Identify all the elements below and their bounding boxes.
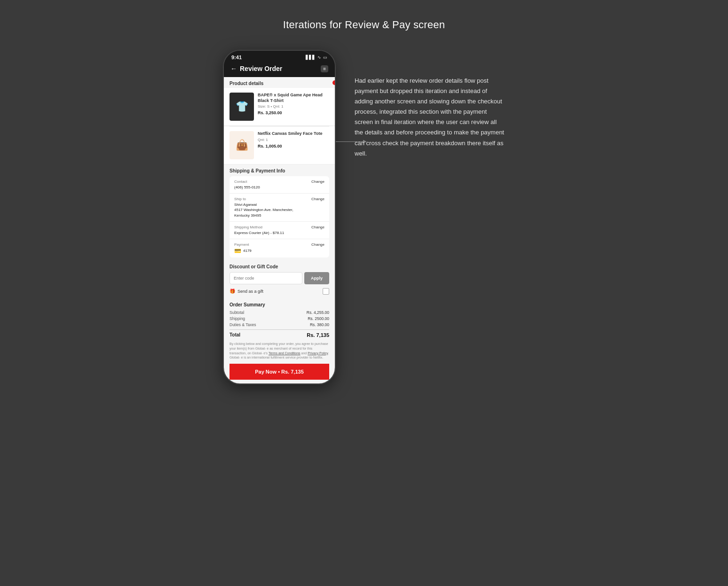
status-bar: 9:41 ▋▋▋ ∿ ▭ bbox=[224, 51, 335, 62]
shipping-method-value: Express Courier (Air) - $78.11 bbox=[234, 230, 324, 235]
status-icons: ▋▋▋ ∿ ▭ bbox=[306, 55, 327, 60]
shipping-value: Rs. 2500.00 bbox=[308, 316, 329, 321]
product-price-1: Rs. 3,250.00 bbox=[258, 110, 329, 115]
summary-divider bbox=[229, 329, 329, 330]
product-name-2: Netflix Canvas Smiley Face Tote bbox=[258, 131, 329, 137]
shipping-payment-section: Shipping & Payment Info Contact Change (… bbox=[224, 164, 335, 260]
header-left: ← Review Order bbox=[230, 65, 282, 72]
legal-text: By clicking below and completing your or… bbox=[229, 342, 329, 360]
discount-section: Discount or Gift Code Apply 🎁 Send as a … bbox=[224, 260, 335, 298]
status-time: 9:41 bbox=[231, 55, 242, 60]
subtotal-row: Subtotal Rs. 4,255.00 bbox=[229, 310, 329, 315]
order-summary: Order Summary Subtotal Rs. 4,255.00 Ship… bbox=[224, 298, 335, 383]
shipping-method-label: Shipping Method bbox=[234, 225, 262, 229]
contact-value: (406) 555-0120 bbox=[234, 185, 324, 190]
phone-body: Product details 👕 BAPE® x Squid Game Ape… bbox=[224, 77, 335, 383]
duties-value: Rs. 380.00 bbox=[310, 322, 329, 327]
product-meta-1: Size: S • Qnt: 1 bbox=[258, 104, 329, 109]
annotation-area: Had earlier kept the review order detail… bbox=[355, 50, 505, 159]
payment-row: Payment Change 💳 4179 bbox=[229, 239, 329, 258]
product-image-tshirt: 👕 bbox=[229, 93, 254, 121]
contact-header: Contact Change bbox=[234, 180, 324, 185]
page-title: Iterations for Review & Pay screen bbox=[283, 19, 445, 31]
product-meta-2: Qnt: 1 bbox=[258, 138, 329, 142]
annotation-text: Had earlier kept the review order detail… bbox=[355, 50, 505, 159]
ship-to-row: Ship to Change Shivi Agarwal4517 Washing… bbox=[229, 194, 329, 222]
contact-change-button[interactable]: Change bbox=[311, 180, 324, 184]
gift-icon: 🎁 bbox=[229, 289, 235, 294]
shipping-payment-label: Shipping & Payment Info bbox=[229, 168, 329, 173]
total-value: Rs. 7,135 bbox=[307, 332, 329, 338]
terms-link[interactable]: Terms and Conditions bbox=[269, 352, 301, 355]
product-item-2: 👜 Netflix Canvas Smiley Face Tote Qnt: 1… bbox=[224, 126, 335, 164]
pay-now-button[interactable]: Pay Now • Rs. 7,135 bbox=[229, 364, 329, 380]
discount-label: Discount or Gift Code bbox=[229, 264, 329, 269]
product-details-section: Product details bbox=[224, 77, 335, 88]
phone-header: ← Review Order ≡ bbox=[224, 62, 335, 77]
gift-text: Send as a gift bbox=[237, 289, 263, 294]
duties-row: Duties & Taxes Rs. 380.00 bbox=[229, 322, 329, 327]
payment-change-button[interactable]: Change bbox=[311, 242, 324, 247]
content-area: 9:41 ▋▋▋ ∿ ▭ ← Review Order ≡ Pro bbox=[105, 50, 623, 384]
shipping-label: Shipping bbox=[229, 316, 245, 321]
ship-to-change-button[interactable]: Change bbox=[311, 197, 324, 201]
total-label: Total bbox=[229, 332, 240, 338]
subtotal-label: Subtotal bbox=[229, 310, 244, 315]
shipping-method-header: Shipping Method Change bbox=[234, 225, 324, 230]
total-row: Total Rs. 7,135 bbox=[229, 332, 329, 338]
ship-to-label: Ship to bbox=[234, 197, 246, 201]
discount-input-row: Apply bbox=[229, 272, 329, 284]
phone-mockup: 9:41 ▋▋▋ ∿ ▭ ← Review Order ≡ Pro bbox=[223, 50, 336, 384]
product-name-1: BAPE® x Squid Game Ape Head Black T-Shir… bbox=[258, 93, 329, 103]
contact-row: Contact Change (406) 555-0120 bbox=[229, 176, 329, 194]
gift-row: 🎁 Send as a gift bbox=[229, 288, 329, 295]
payment-value-row: 💳 4179 bbox=[234, 248, 324, 254]
gift-left: 🎁 Send as a gift bbox=[229, 289, 263, 294]
shipping-method-row: Shipping Method Change Express Courier (… bbox=[229, 222, 329, 239]
duties-label: Duties & Taxes bbox=[229, 322, 256, 327]
ship-to-header: Ship to Change bbox=[234, 197, 324, 202]
card-icon: 💳 bbox=[234, 248, 241, 254]
signal-icon: ▋▋▋ bbox=[306, 55, 316, 60]
annotation-dot bbox=[332, 80, 335, 85]
subtotal-value: Rs. 4,255.00 bbox=[307, 310, 329, 315]
screen-title: Review Order bbox=[240, 65, 282, 72]
payment-label: Payment bbox=[234, 242, 249, 247]
shipping-row: Shipping Rs. 2500.00 bbox=[229, 316, 329, 321]
payment-header: Payment Change bbox=[234, 242, 324, 248]
menu-icon[interactable]: ≡ bbox=[321, 65, 328, 72]
product-details-label: Product details bbox=[224, 77, 335, 88]
gift-checkbox[interactable] bbox=[323, 288, 329, 295]
phone-wrapper: 9:41 ▋▋▋ ∿ ▭ ← Review Order ≡ Pro bbox=[223, 50, 336, 384]
order-summary-title: Order Summary bbox=[229, 302, 329, 307]
product-price-2: Rs. 1,005.00 bbox=[258, 144, 329, 148]
apply-button[interactable]: Apply bbox=[304, 272, 329, 284]
payment-number: 4179 bbox=[243, 248, 252, 253]
product-info-1: BAPE® x Squid Game Ape Head Black T-Shir… bbox=[258, 93, 329, 121]
back-arrow[interactable]: ← bbox=[230, 65, 237, 72]
product-info-2: Netflix Canvas Smiley Face Tote Qnt: 1 R… bbox=[258, 131, 329, 159]
shipping-method-change-button[interactable]: Change bbox=[311, 225, 324, 229]
product-item-1: 👕 BAPE® x Squid Game Ape Head Black T-Sh… bbox=[224, 88, 335, 126]
info-block: Contact Change (406) 555-0120 Ship to Ch… bbox=[229, 176, 329, 258]
product-image-tote: 👜 bbox=[229, 131, 254, 159]
discount-input[interactable] bbox=[229, 272, 302, 284]
contact-label: Contact bbox=[234, 180, 247, 184]
ship-to-value: Shivi Agarwal4517 Washington Ave. Manche… bbox=[234, 202, 324, 218]
battery-icon: ▭ bbox=[323, 55, 327, 60]
privacy-link[interactable]: Privacy Policy bbox=[308, 352, 328, 355]
wifi-icon: ∿ bbox=[317, 55, 321, 60]
